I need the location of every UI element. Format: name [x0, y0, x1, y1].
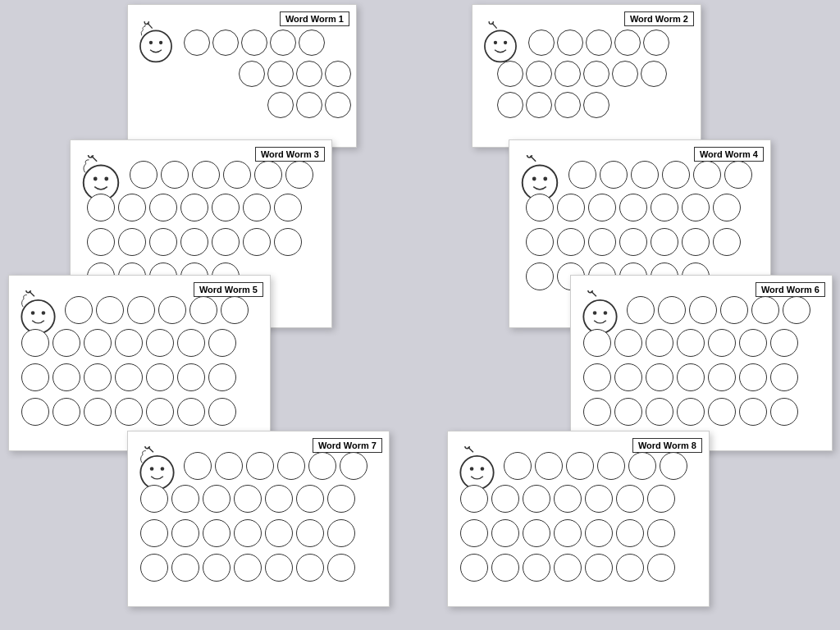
circle [660, 452, 687, 480]
circle [96, 296, 124, 324]
sheet1-title: Word Worm 1 [280, 11, 349, 26]
circle [557, 30, 583, 56]
svg-point-16 [527, 155, 532, 158]
svg-point-9 [504, 41, 507, 44]
circle [327, 554, 355, 582]
circle [614, 30, 641, 56]
circle [566, 452, 594, 480]
circle [265, 519, 293, 547]
circle [693, 161, 721, 189]
circle [557, 228, 585, 256]
circle [203, 485, 231, 513]
circle [588, 194, 616, 221]
circle [265, 485, 293, 513]
svg-point-38 [470, 467, 474, 471]
circle [340, 452, 368, 480]
circle [677, 398, 705, 426]
svg-point-29 [604, 311, 608, 315]
circle [234, 554, 262, 582]
circle [616, 554, 644, 582]
circle [585, 554, 613, 582]
circle [296, 519, 324, 547]
circle [52, 398, 80, 426]
circle [149, 228, 177, 256]
circle [751, 296, 779, 324]
circle [274, 228, 302, 256]
circle [296, 61, 322, 87]
worksheet-6: Word Worm 6 [570, 275, 833, 451]
circle [682, 194, 710, 221]
circle [215, 452, 243, 480]
circle [724, 161, 752, 189]
svg-point-13 [94, 177, 98, 181]
circle [327, 485, 355, 513]
circle [739, 398, 767, 426]
circle [296, 485, 324, 513]
svg-point-33 [150, 467, 154, 471]
svg-point-18 [532, 177, 536, 181]
circle [526, 92, 552, 118]
worksheet-2: Word Worm 2 [472, 4, 701, 148]
circle [583, 92, 609, 118]
circle [616, 485, 644, 513]
circle [254, 161, 282, 189]
circle [130, 161, 158, 189]
worm-head-2 [479, 21, 522, 64]
circle [223, 161, 251, 189]
circle [535, 452, 563, 480]
circle [504, 452, 532, 480]
circle [118, 228, 146, 256]
circle [583, 329, 611, 357]
circle [646, 398, 673, 426]
circle [308, 452, 336, 480]
circle [149, 194, 177, 221]
circle [184, 30, 210, 56]
circle [597, 452, 625, 480]
circle [677, 329, 705, 357]
circle [212, 194, 240, 221]
circle [554, 485, 582, 513]
sheet3-title: Word Worm 3 [255, 147, 325, 162]
circle [460, 554, 488, 582]
circle [526, 262, 554, 290]
svg-point-19 [543, 177, 547, 181]
circle [140, 485, 168, 513]
circle [646, 329, 673, 357]
circle [583, 61, 609, 87]
circle [600, 161, 628, 189]
circle [140, 519, 168, 547]
circle [146, 363, 174, 391]
circle [118, 194, 146, 221]
circle [140, 554, 168, 582]
circle [177, 398, 205, 426]
circle [523, 485, 550, 513]
circle [115, 363, 143, 391]
circle [708, 363, 736, 391]
circle [52, 329, 80, 357]
circle [115, 398, 143, 426]
circle [641, 61, 667, 87]
circle [239, 61, 265, 87]
circle [616, 519, 644, 547]
circle [203, 519, 231, 547]
circle [770, 398, 798, 426]
circle [203, 554, 231, 582]
circle [689, 296, 717, 324]
circle [526, 194, 554, 221]
circle [491, 554, 519, 582]
circle [658, 296, 686, 324]
circle [646, 363, 673, 391]
circle [588, 228, 616, 256]
sheet4-title: Word Worm 4 [694, 147, 764, 162]
circle [554, 519, 582, 547]
circle [612, 61, 638, 87]
svg-point-4 [159, 41, 162, 44]
circle [243, 194, 271, 221]
circle [568, 161, 596, 189]
circle [21, 398, 49, 426]
circle [619, 194, 647, 221]
circle [87, 228, 115, 256]
svg-point-21 [26, 290, 31, 293]
circle [87, 194, 115, 221]
circle [713, 194, 741, 221]
